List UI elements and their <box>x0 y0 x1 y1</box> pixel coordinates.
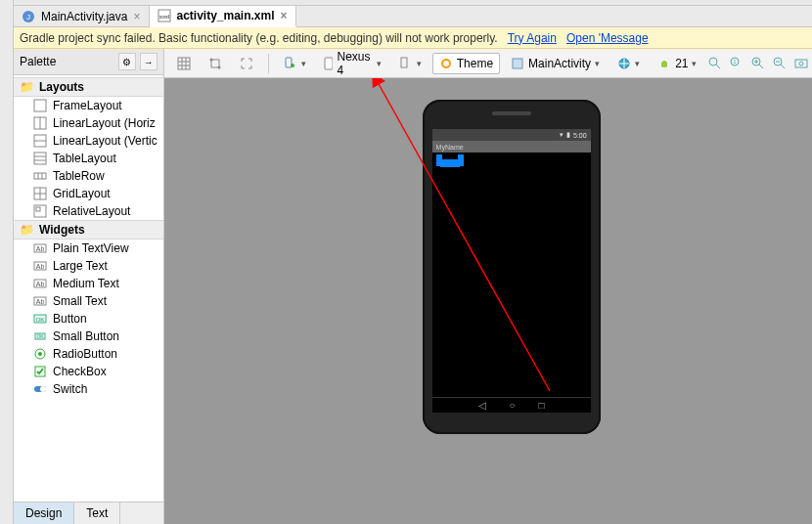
svg-line-50 <box>716 65 720 68</box>
try-again-link[interactable]: Try Again <box>508 31 557 45</box>
zoom-actual-icon[interactable]: 1 <box>729 56 744 71</box>
layout-icon <box>33 134 47 148</box>
recent-icon: □ <box>539 400 545 411</box>
show-grid-icon[interactable] <box>170 53 198 74</box>
theme-icon <box>439 57 453 70</box>
battery-icon: ▮ <box>566 131 570 139</box>
zoom-in-icon[interactable] <box>750 56 766 71</box>
layout-icon <box>33 204 47 218</box>
orientation-icon <box>399 57 413 70</box>
svg-text:J: J <box>26 13 30 22</box>
layout-icon <box>33 116 47 130</box>
text-icon: Ab <box>33 241 47 255</box>
palette-item-mediumtext[interactable]: AbMedium Text <box>14 275 163 292</box>
button-icon: OK <box>33 329 47 343</box>
device-frame: ▾ ▮ 5:00 MyName ◁ ○ □ <box>423 100 601 434</box>
tab-activity-main-xml[interactable]: xml activity_main.xml × <box>150 6 296 27</box>
text-tab[interactable]: Text <box>74 502 120 524</box>
activity-icon <box>511 57 524 70</box>
editor-mode-tabs: Design Text <box>14 502 163 524</box>
svg-line-56 <box>759 65 763 68</box>
svg-rect-47 <box>513 59 522 68</box>
layout-icon <box>33 152 47 165</box>
app-bar: MyName <box>432 141 591 153</box>
category-widgets[interactable]: 📁 Widgets <box>14 220 163 240</box>
button-icon: OK <box>33 312 47 326</box>
device-selector[interactable]: Nexus 4▾ <box>317 53 388 74</box>
palette-item-button[interactable]: OKButton <box>14 310 163 328</box>
palette-item-largetext[interactable]: AbLarge Text <box>14 257 163 275</box>
category-label: Layouts <box>39 80 84 94</box>
status-time: 5:00 <box>573 132 587 139</box>
layout-icon <box>33 99 47 112</box>
svg-rect-4 <box>34 100 46 111</box>
svg-rect-9 <box>34 153 46 164</box>
text-icon: Ab <box>33 294 47 308</box>
palette-body: 📁 Layouts FrameLayout LinearLayout (Hori… <box>14 75 163 502</box>
device-screen[interactable]: ▾ ▮ 5:00 MyName ◁ ○ □ <box>432 129 591 413</box>
editor-tabs: J MainActivity.java × xml activity_main.… <box>14 6 812 27</box>
theme-selector[interactable]: Theme <box>432 53 500 74</box>
palette-item-linearlayout-v[interactable]: LinearLayout (Vertic <box>14 132 163 150</box>
open-messages-link[interactable]: Open 'Message <box>566 31 649 45</box>
design-canvas[interactable]: ▾ ▮ 5:00 MyName ◁ ○ □ <box>164 78 812 524</box>
device-config-icon[interactable]: ▾ <box>277 53 313 74</box>
locale-selector[interactable]: ▾ <box>610 53 647 74</box>
close-tab-icon[interactable]: × <box>133 10 140 23</box>
tab-label: activity_main.xml <box>177 9 275 22</box>
signal-icon: ▾ <box>560 131 564 139</box>
svg-point-40 <box>217 66 220 68</box>
text-icon: Ab <box>33 277 47 290</box>
palette-item-linearlayout-h[interactable]: LinearLayout (Horiz <box>14 114 163 132</box>
palette-settings-icon[interactable]: ⚙ <box>118 53 136 70</box>
svg-text:1: 1 <box>734 59 738 65</box>
palette-item-switch[interactable]: Switch <box>14 380 163 398</box>
palette-item-smalltext[interactable]: AbSmall Text <box>14 292 163 310</box>
zoom-out-icon[interactable] <box>772 56 788 71</box>
design-tab[interactable]: Design <box>14 502 74 524</box>
svg-text:Ab: Ab <box>36 281 45 287</box>
design-area: ▾ Nexus 4▾ ▾ Theme MainActivity▾ ▾ 21▾ 1 <box>164 49 812 524</box>
svg-rect-37 <box>178 58 190 69</box>
category-label: Widgets <box>39 223 85 237</box>
svg-text:OK: OK <box>36 333 44 339</box>
palette-item-gridlayout[interactable]: GridLayout <box>14 185 163 202</box>
palette-item-relativelayout[interactable]: RelativeLayout <box>14 202 163 220</box>
api-selector[interactable]: 21▾ <box>651 53 703 74</box>
android-icon <box>657 57 671 70</box>
tab-mainactivity-java[interactable]: J MainActivity.java × <box>14 6 150 26</box>
tab-label: MainActivity.java <box>41 10 127 23</box>
switch-icon <box>33 382 47 396</box>
category-layouts[interactable]: 📁 Layouts <box>14 77 163 97</box>
svg-rect-60 <box>795 60 807 67</box>
activity-selector[interactable]: MainActivity▾ <box>504 53 607 74</box>
xml-file-icon: xml <box>158 9 171 22</box>
selected-textview[interactable] <box>436 154 475 166</box>
palette-item-checkbox[interactable]: CheckBox <box>14 363 163 380</box>
gutter-strip <box>0 0 14 524</box>
palette-item-tablelayout[interactable]: TableLayout <box>14 150 163 167</box>
sync-warning-bar: Gradle project sync failed. Basic functi… <box>14 27 812 49</box>
svg-point-36 <box>40 386 46 392</box>
capture-icon[interactable] <box>793 56 809 71</box>
palette-collapse-icon[interactable]: → <box>140 53 158 70</box>
layout-icon <box>33 169 47 183</box>
palette-item-radiobutton[interactable]: RadioButton <box>14 345 163 363</box>
close-tab-icon[interactable]: × <box>281 9 288 22</box>
checkbox-icon <box>33 365 47 378</box>
palette-panel: Palette ⚙ → 📁 Layouts FrameLayout Linear… <box>14 49 164 524</box>
palette-item-tablerow[interactable]: TableRow <box>14 167 163 185</box>
palette-item-smallbutton[interactable]: OKSmall Button <box>14 328 163 345</box>
snap-icon[interactable] <box>202 53 229 74</box>
zoom-fit-icon[interactable] <box>707 56 723 71</box>
svg-point-61 <box>799 62 803 66</box>
palette-title: Palette <box>20 55 56 68</box>
palette-item-plaintextview[interactable]: AbPlain TextView <box>14 240 163 257</box>
orientation-selector[interactable]: ▾ <box>392 53 429 74</box>
svg-point-49 <box>709 58 717 66</box>
fit-icon[interactable] <box>233 53 260 74</box>
text-icon: Ab <box>33 259 47 273</box>
palette-item-framelayout[interactable]: FrameLayout <box>14 97 163 114</box>
svg-text:Ab: Ab <box>36 263 45 270</box>
svg-point-33 <box>38 352 42 356</box>
